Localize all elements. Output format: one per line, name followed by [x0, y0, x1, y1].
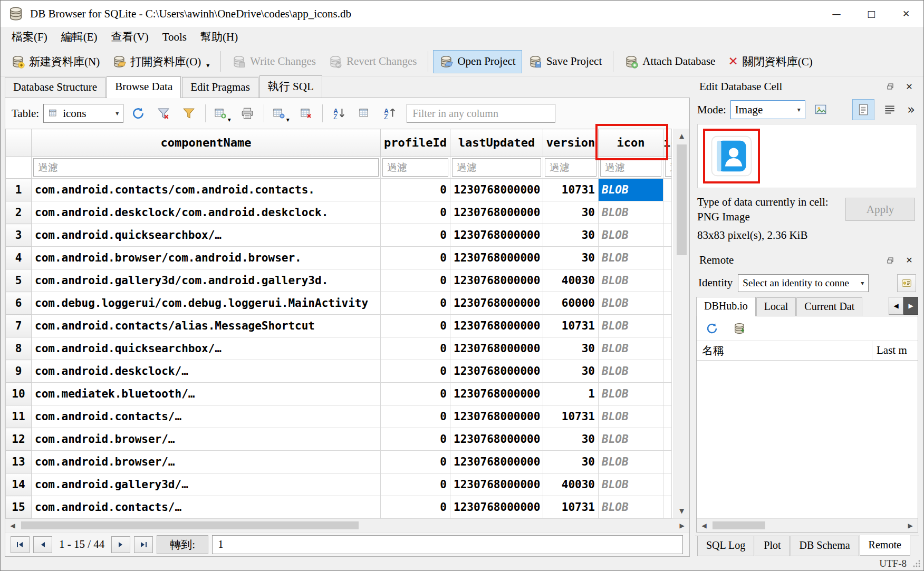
cell-version[interactable]: 30: [543, 247, 599, 269]
cell-componentName[interactable]: com.android.gallery3d/…: [32, 473, 381, 496]
row-number-cell[interactable]: 10: [6, 383, 32, 405]
cell-profileId[interactable]: 0: [381, 224, 450, 247]
column-header-name[interactable]: 名稱: [697, 341, 872, 360]
column-header-profileId[interactable]: profileId: [381, 129, 450, 157]
cell-lastUpdated[interactable]: 1230768000000: [450, 360, 543, 383]
revert-changes-button[interactable]: Revert Changes: [322, 50, 424, 73]
grid-corner-cell[interactable]: [6, 129, 32, 157]
cell-icon[interactable]: BLOB: [599, 337, 663, 360]
cell-componentName[interactable]: com.android.deskclock/com.android.deskcl…: [32, 201, 381, 224]
sort-ascending-button[interactable]: AZ: [329, 103, 350, 124]
cell-lastUpdated[interactable]: 1230768000000: [450, 337, 543, 360]
cell-profileId[interactable]: 0: [381, 292, 450, 315]
cell-profileId[interactable]: 0: [381, 383, 450, 405]
cell-icon[interactable]: BLOB: [599, 451, 663, 473]
cell-version[interactable]: 30: [543, 451, 599, 473]
cell-profileId[interactable]: 0: [381, 247, 450, 269]
apply-button[interactable]: Apply: [845, 198, 915, 221]
cell-lastUpdated[interactable]: 1230768000000: [450, 315, 543, 337]
cell-lastUpdated[interactable]: 1230768000000: [450, 269, 543, 292]
first-record-button[interactable]: [11, 536, 30, 553]
horizontal-scroll-thumb[interactable]: [713, 521, 765, 529]
filter-input-version[interactable]: 過濾: [543, 157, 599, 179]
cell-profileId[interactable]: 0: [381, 337, 450, 360]
cell-icon[interactable]: BLOB: [599, 201, 663, 224]
main-tab[interactable]: Database Structure: [5, 77, 105, 98]
refresh-button[interactable]: [128, 103, 149, 124]
cell-lastUpdated[interactable]: 1230768000000: [450, 247, 543, 269]
next-record-button[interactable]: [111, 536, 130, 553]
cell-icon[interactable]: BLOB: [599, 428, 663, 451]
row-number-cell[interactable]: 9: [6, 360, 32, 383]
previous-record-button[interactable]: [33, 536, 52, 553]
dock-tab[interactable]: Plot: [755, 536, 790, 556]
clone-database-button[interactable]: [730, 320, 748, 337]
filter-input-profileId[interactable]: 過濾: [381, 157, 450, 179]
cell-componentName[interactable]: com.android.contacts/alias.MessageShortc…: [32, 315, 381, 337]
remote-tab[interactable]: DBHub.io: [696, 297, 756, 316]
column-header-extra[interactable]: ic: [663, 129, 672, 157]
scroll-up-icon[interactable]: ▲: [674, 129, 689, 143]
goto-record-input[interactable]: [212, 535, 683, 554]
clear-filters-button[interactable]: [153, 103, 174, 124]
delete-record-button[interactable]: [295, 103, 316, 124]
column-header-componentName[interactable]: componentName: [32, 129, 381, 157]
cell-icon[interactable]: BLOB: [599, 473, 663, 496]
cell-extra[interactable]: [663, 269, 672, 292]
cell-icon[interactable]: BLOB: [599, 269, 663, 292]
cell-icon[interactable]: BLOB: [599, 292, 663, 315]
row-number-cell[interactable]: 14: [6, 473, 32, 496]
cell-version[interactable]: 30: [543, 201, 599, 224]
column-header-version[interactable]: version: [543, 129, 599, 157]
cell-profileId[interactable]: 0: [381, 179, 450, 201]
tab-scroll-right-icon[interactable]: ▶: [903, 297, 918, 315]
filter-any-column-input[interactable]: [407, 104, 555, 123]
row-number-cell[interactable]: 15: [6, 496, 32, 519]
cell-lastUpdated[interactable]: 1230768000000: [450, 201, 543, 224]
menu-item[interactable]: 編輯(E): [54, 27, 104, 47]
import-data-button[interactable]: [810, 99, 832, 120]
cell-extra[interactable]: [663, 315, 672, 337]
cell-profileId[interactable]: 0: [381, 473, 450, 496]
column-header-lastUpdated[interactable]: lastUpdated: [450, 129, 543, 157]
cell-extra[interactable]: [663, 247, 672, 269]
toolbar-overflow-icon[interactable]: »: [907, 102, 915, 117]
cell-profileId[interactable]: 0: [381, 496, 450, 519]
maximize-button[interactable]: □: [854, 1, 889, 27]
cell-componentName[interactable]: com.android.deskclock/…: [32, 360, 381, 383]
new-database-button[interactable]: 新建資料庫(N): [5, 50, 106, 74]
cell-icon[interactable]: BLOB: [599, 224, 663, 247]
insert-record-button[interactable]: ▾: [211, 103, 233, 124]
cell-componentName[interactable]: com.android.contacts/…: [32, 405, 381, 428]
remote-refresh-button[interactable]: [703, 320, 721, 337]
word-wrap-button[interactable]: [879, 99, 901, 120]
cell-componentName[interactable]: com.mediatek.bluetooth/…: [32, 383, 381, 405]
write-changes-button[interactable]: Write Changes: [226, 50, 322, 73]
filter-input-lastUpdated[interactable]: 過濾: [450, 157, 543, 179]
close-panel-icon[interactable]: ✕: [900, 253, 918, 268]
row-number-cell[interactable]: 3: [6, 224, 32, 247]
open-project-button[interactable]: Open Project: [433, 50, 522, 73]
scroll-left-icon[interactable]: ◀: [5, 519, 20, 532]
cell-componentName[interactable]: com.android.quicksearchbox/…: [32, 337, 381, 360]
row-number-cell[interactable]: 8: [6, 337, 32, 360]
cell-version[interactable]: 10731: [543, 496, 599, 519]
goto-record-button[interactable]: 轉到:: [157, 535, 208, 554]
filter-input-componentName[interactable]: 過濾: [32, 157, 381, 179]
cell-extra[interactable]: [663, 292, 672, 315]
cell-extra[interactable]: [663, 451, 672, 473]
select-columns-button[interactable]: [354, 103, 375, 124]
attach-database-button[interactable]: Attach Database: [618, 50, 721, 73]
identity-selector[interactable]: Select an identity to conne ▾: [738, 274, 869, 292]
last-record-button[interactable]: [134, 536, 153, 553]
cell-version[interactable]: 30: [543, 360, 599, 383]
cell-profileId[interactable]: 0: [381, 360, 450, 383]
cell-icon[interactable]: BLOB: [599, 405, 663, 428]
import-certificate-button[interactable]: [897, 274, 916, 292]
cell-icon[interactable]: BLOB: [599, 360, 663, 383]
cell-version[interactable]: 30: [543, 428, 599, 451]
cell-version[interactable]: 60000: [543, 292, 599, 315]
cell-lastUpdated[interactable]: 1230768000000: [450, 473, 543, 496]
tab-scroll-left-icon[interactable]: ◀: [889, 297, 903, 315]
row-number-cell[interactable]: 13: [6, 451, 32, 473]
